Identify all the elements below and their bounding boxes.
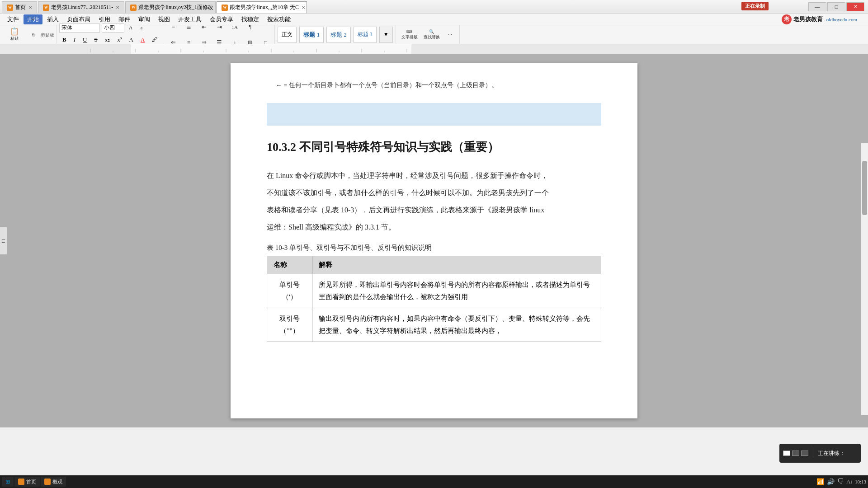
single-quote-name: 单引号（'） bbox=[267, 274, 312, 308]
style-heading2[interactable]: 标题 2 bbox=[326, 27, 351, 43]
tab-2-label: 老男孩Linux77...20210511- bbox=[51, 4, 113, 11]
font-shrink-button[interactable]: a bbox=[137, 23, 146, 33]
menu-reference[interactable]: 引用 bbox=[95, 14, 114, 24]
start-menu-button[interactable]: ⊞ bbox=[2, 477, 14, 487]
tab-2-close[interactable]: ✕ bbox=[116, 5, 119, 10]
menu-mail[interactable]: 邮件 bbox=[115, 14, 134, 24]
tab-1-close[interactable]: ✕ bbox=[28, 5, 32, 10]
style-normal[interactable]: 正文 bbox=[278, 27, 297, 43]
more-button[interactable]: ⋯ bbox=[443, 28, 458, 42]
maximize-button[interactable]: □ bbox=[827, 2, 845, 11]
table-header-row: 名称 解释 bbox=[267, 256, 601, 274]
document-area: ☰ ← ≡ 任何一个新目录卜都有一个点号（当前目录）和一个双点号（上级目录）。 … bbox=[0, 54, 868, 427]
taskbar-network-icon[interactable]: 📶 bbox=[816, 478, 824, 486]
menu-file[interactable]: 文件 bbox=[4, 14, 23, 24]
paragraph-2: 不知道该不该加引号，或者加什么样的引号，什么时候可以不加。为此老男孩先列了一个 bbox=[267, 186, 601, 200]
vertical-scrollbar[interactable] bbox=[861, 143, 868, 415]
document-page: ← ≡ 任何一个新目录卜都有一个点号（当前目录）和一个双点号（上级目录）。 10… bbox=[231, 63, 637, 418]
scrollbar-thumb[interactable] bbox=[862, 161, 867, 215]
float-label: 正在讲练： bbox=[818, 450, 845, 457]
ruler bbox=[0, 44, 868, 54]
paragraph-4: 运维：Shell 高级编程实战》的 3.3.1 节。 bbox=[267, 220, 601, 235]
show-marks-button[interactable]: ¶ bbox=[243, 20, 257, 34]
style-heading3[interactable]: 标题 3 bbox=[354, 27, 377, 43]
style-heading3-label: 标题 3 bbox=[358, 31, 373, 38]
page-note-text: ← ≡ 任何一个新目录卜都有一个点号（当前目录）和一个双点号（上级目录）。 bbox=[276, 82, 498, 89]
float-icon-3 bbox=[801, 450, 808, 456]
list-ordered-button[interactable]: ≣ bbox=[181, 20, 196, 34]
tab-4-close[interactable]: ✕ bbox=[302, 5, 305, 10]
taskbar-item-home[interactable]: 首页 bbox=[14, 477, 40, 487]
tools-group: ⌨ 文字排版 🔍 查找替换 ⋯ bbox=[397, 25, 460, 44]
cut-button[interactable]: ✂ bbox=[26, 12, 40, 27]
tab-4[interactable]: W 跟老男孩学linux,,,第10章 无C ✕ bbox=[217, 1, 307, 13]
toolbar-row1: 📋 粘贴 ✂ ⎘ 🖌 剪贴板 A a B bbox=[0, 25, 868, 44]
float-icon-1 bbox=[783, 450, 790, 456]
double-quote-name: 双引号（""） bbox=[267, 308, 312, 342]
cut-icon: ✂ bbox=[31, 17, 35, 22]
float-divider bbox=[813, 448, 813, 459]
taskbar-overview-icon bbox=[44, 479, 51, 485]
minimize-button[interactable]: — bbox=[808, 2, 826, 11]
paragraph-3-text: 表格和读者分享（见表 10-3），后文再进行实践演练，此表格来源于《跟老男孩学 … bbox=[267, 206, 544, 214]
copy-icon: ⎘ bbox=[32, 33, 34, 37]
paragraph-1: 在 Linux 命令行或脚本中，当处理字符串时，经常涉及引号问题，很多新手操作命… bbox=[267, 169, 601, 183]
taskbar: ⊞ 首页 概观 📶 🔊 🗨 Ai 10:13 bbox=[0, 475, 868, 488]
menu-review[interactable]: 审阅 bbox=[135, 14, 154, 24]
style-heading1-label: 标题 1 bbox=[303, 31, 320, 39]
col-header-name: 名称 bbox=[267, 256, 312, 274]
font-grow-button[interactable]: A bbox=[126, 23, 135, 33]
paragraph-4-text: 运维：Shell 高级编程实战》的 3.3.1 节。 bbox=[267, 223, 396, 231]
float-panel: 正在讲练： bbox=[779, 444, 861, 463]
tab-2-icon: W bbox=[43, 5, 49, 11]
double-quote-explanation: 输出双引号内的所有内容时，如果内容中有命令（要反引下）、变量、特殊转义符等，会先… bbox=[312, 308, 601, 342]
tab-2[interactable]: W 老男孩Linux77...20210511- ✕ bbox=[38, 1, 124, 13]
taskbar-item-overview[interactable]: 概观 bbox=[41, 477, 66, 487]
tab-4-label: 跟老男孩学linux,,,第10章 无C bbox=[230, 4, 299, 11]
indent-inc-button[interactable]: ⇥ bbox=[212, 20, 226, 34]
left-sidebar-toggle[interactable]: ☰ bbox=[0, 227, 7, 254]
menu-pagelayout[interactable]: 页面布局 bbox=[63, 14, 94, 24]
text-layout-label: 文字排版 bbox=[401, 34, 418, 40]
text-layout-button[interactable]: ⌨ 文字排版 bbox=[399, 28, 420, 42]
table-row-double-quote: 双引号（""） 输出双引号内的所有内容时，如果内容中有命令（要反引下）、变量、特… bbox=[267, 308, 601, 342]
taskbar-action-center-icon[interactable]: 🗨 bbox=[837, 478, 844, 485]
list-unordered-button[interactable]: ≡ bbox=[166, 20, 180, 34]
clock-time: 10:13 bbox=[855, 479, 866, 485]
sort-button[interactable]: ↕A bbox=[227, 20, 242, 34]
find-replace-icon: 🔍 bbox=[429, 29, 434, 34]
style-heading1[interactable]: 标题 1 bbox=[299, 27, 324, 43]
font-size-input[interactable] bbox=[102, 23, 124, 33]
window-controls: — □ ✕ bbox=[808, 2, 866, 11]
tab-3[interactable]: W 跟老男孩学linux,oy2技_1面修改 ✕ bbox=[125, 1, 216, 13]
tab-1[interactable]: W 首页 ✕ bbox=[2, 1, 37, 13]
paste-button[interactable]: 📋 粘贴 bbox=[4, 28, 25, 42]
style-heading2-label: 标题 2 bbox=[330, 31, 347, 39]
font-name-input[interactable] bbox=[59, 23, 100, 33]
tab-3-label: 跟老男孩学linux,oy2技_1面修改 bbox=[138, 4, 213, 11]
float-icon-2 bbox=[792, 450, 799, 456]
taskbar-home-icon bbox=[18, 479, 24, 485]
font-group: A a B I U S x₂ x² A A 🖊 bbox=[57, 25, 163, 44]
find-replace-button[interactable]: 🔍 查找替换 bbox=[421, 28, 443, 42]
taskbar-volume-icon[interactable]: 🔊 bbox=[827, 478, 835, 486]
indent-dec-button[interactable]: ⇤ bbox=[197, 20, 211, 34]
blue-banner bbox=[267, 103, 601, 126]
clipboard-label: 剪贴板 bbox=[41, 32, 54, 38]
copy-button[interactable]: ⎘ bbox=[26, 28, 40, 42]
menu-insert[interactable]: 插入 bbox=[43, 14, 62, 24]
find-replace-label: 查找替换 bbox=[424, 34, 440, 40]
paste-icon: 📋 bbox=[10, 28, 19, 35]
section-heading: 10.3.2 不同引号特殊符号知识与实践（重要） bbox=[267, 139, 601, 155]
close-button[interactable]: ✕ bbox=[846, 2, 864, 11]
tab-1-icon: W bbox=[7, 5, 13, 11]
paragraph-2-text: 不知道该不该加引号，或者加什么样的引号，什么时候可以不加。为此老男孩先列了一个 bbox=[267, 189, 549, 197]
paragraph-1-text: 在 Linux 命令行或脚本中，当处理字符串时，经常涉及引号问题，很多新手操作命… bbox=[267, 172, 548, 179]
content-table: 名称 解释 单引号（'） 所见即所得，即输出单引号内容时会将单引号内的所有内容都… bbox=[267, 256, 601, 342]
text-layout-icon: ⌨ bbox=[406, 29, 412, 34]
style-group: 正文 标题 1 标题 2 标题 3 ▼ bbox=[276, 25, 396, 44]
page-note: ← ≡ 任何一个新目录卜都有一个点号（当前目录）和一个双点号（上级目录）。 bbox=[267, 81, 601, 89]
paste-label: 粘贴 bbox=[10, 36, 19, 42]
style-more[interactable]: ▼ bbox=[379, 27, 393, 43]
taskbar-clock: 10:13 bbox=[855, 479, 866, 485]
